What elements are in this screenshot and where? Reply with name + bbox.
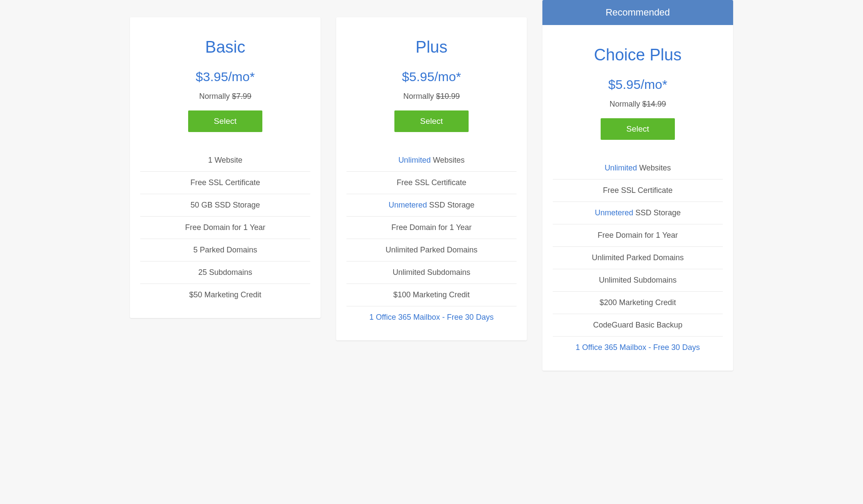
plan-title: Basic (140, 38, 310, 57)
plan-price: $5.95/mo* (553, 77, 723, 92)
plan-title: Choice Plus (553, 46, 723, 64)
feature-item: Unlimited Subdomains (346, 261, 517, 284)
feature-item-link[interactable]: 1 Office 365 Mailbox - Free 30 Days (346, 306, 517, 328)
plan-title: Plus (346, 38, 517, 57)
features-list: Unlimited Websites Free SSL Certificate … (346, 149, 517, 328)
plan-price: $3.95/mo* (140, 69, 310, 84)
feature-item: 25 Subdomains (140, 261, 310, 284)
feature-item: Unlimited Subdomains (553, 269, 723, 292)
original-price: $7.99 (232, 92, 251, 101)
pricing-card-basic: Basic $3.95/mo* Normally $7.99 Select 1 … (130, 17, 321, 318)
feature-item: Unlimited Websites (346, 149, 517, 172)
normally-label: Normally (199, 92, 230, 101)
feature-item: CodeGuard Basic Backup (553, 314, 723, 337)
pricing-container: Basic $3.95/mo* Normally $7.99 Select 1 … (125, 17, 738, 371)
recommended-banner: Recommended (542, 0, 733, 25)
feature-item: Unlimited Parked Domains (346, 239, 517, 261)
feature-item: $200 Marketing Credit (553, 292, 723, 314)
plan-price: $5.95/mo* (346, 69, 517, 84)
feature-item: Free SSL Certificate (140, 172, 310, 194)
feature-item: 5 Parked Domains (140, 239, 310, 261)
feature-item: Unmetered SSD Storage (553, 202, 723, 224)
feature-item: Free SSL Certificate (346, 172, 517, 194)
feature-item: Unlimited Parked Domains (553, 247, 723, 269)
feature-item: $50 Marketing Credit (140, 284, 310, 306)
pricing-card-choice-plus: Recommended Choice Plus $5.95/mo* Normal… (542, 0, 733, 371)
original-price: $10.99 (436, 92, 460, 101)
features-list: 1 Website Free SSL Certificate 50 GB SSD… (140, 149, 310, 306)
feature-item: Unmetered SSD Storage (346, 194, 517, 217)
feature-item: Unlimited Websites (553, 157, 723, 180)
select-button-basic[interactable]: Select (188, 110, 262, 132)
original-price: $14.99 (642, 100, 666, 108)
feature-item-link[interactable]: 1 Office 365 Mailbox - Free 30 Days (553, 337, 723, 359)
feature-item: 1 Website (140, 149, 310, 172)
card-content: Choice Plus $5.95/mo* Normally $14.99 Se… (542, 25, 733, 371)
feature-item: Free SSL Certificate (553, 180, 723, 202)
feature-item: $100 Marketing Credit (346, 284, 517, 306)
normally-label: Normally (609, 100, 640, 108)
features-list: Unlimited Websites Free SSL Certificate … (553, 157, 723, 359)
card-content: Plus $5.95/mo* Normally $10.99 Select Un… (336, 17, 527, 340)
normal-price: Normally $7.99 (140, 92, 310, 101)
feature-item: Free Domain for 1 Year (140, 217, 310, 239)
card-content: Basic $3.95/mo* Normally $7.99 Select 1 … (130, 17, 321, 318)
select-button-choice-plus[interactable]: Select (601, 118, 675, 140)
pricing-card-plus: Plus $5.95/mo* Normally $10.99 Select Un… (336, 17, 527, 340)
feature-item: Free Domain for 1 Year (346, 217, 517, 239)
normal-price: Normally $10.99 (346, 92, 517, 101)
feature-item: Free Domain for 1 Year (553, 224, 723, 247)
normally-label: Normally (403, 92, 434, 101)
normal-price: Normally $14.99 (553, 100, 723, 109)
feature-item: 50 GB SSD Storage (140, 194, 310, 217)
select-button-plus[interactable]: Select (394, 110, 469, 132)
